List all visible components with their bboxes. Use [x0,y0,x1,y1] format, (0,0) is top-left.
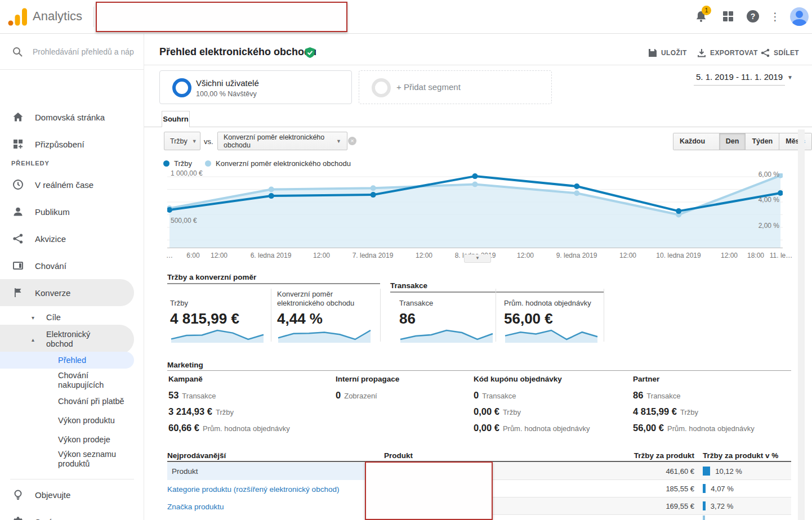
tab-divider [144,127,812,127]
chevron-down-icon: ▾ [32,313,34,322]
stat-value: 0,00 € [474,406,499,416]
stat-value: 0 [474,390,479,400]
marketing-col-coupon: Kód kupónu objednávky 0Transakce 0,00 €T… [474,375,626,439]
segment-all-users[interactable]: Všichni uživatelé 100,00 % Návštěvy [159,70,352,104]
bestseller-item-brand[interactable]: Značka produktu [167,503,224,511]
section-title-transactions: Transakce [390,281,427,290]
chart-x-axis [167,248,783,248]
sidebar-item-goals[interactable]: ▾ Cíle [0,310,134,325]
marketing-stat: 0,00 €Prům. hodnota objednávky [474,423,626,433]
marketing-col-title: Interní propagace [336,375,488,383]
sidebar-item-shopping-behavior[interactable]: Chování nakupujících [0,370,134,391]
sidebar-item-behavior[interactable]: Chování [0,252,144,279]
user-avatar[interactable] [790,7,809,26]
chart-expander-button[interactable]: ▼ [464,254,491,263]
metric-a-select[interactable]: Tržby ▼ [164,132,200,150]
stat-label: Zobrazení [344,392,377,400]
sidebar-item-label: Cíle [46,313,61,322]
sidebar: Domovská stránka Přizpůsobení PŘEHLEDY V… [0,34,144,520]
segment-subtitle: 100,00 % Návštěvy [196,90,257,98]
x-tick-label: 12:00 [619,252,636,259]
help-icon[interactable]: ? [746,10,761,24]
metric-b-value: Konverzní poměr elektronického obchodu [224,133,332,149]
section-title-bestsellers: Nejprodávanější [167,451,226,460]
sidebar-item-checkout-behavior[interactable]: Chování při platbě [0,394,134,409]
flag-icon [12,287,24,298]
left-axis-tick: 500,00 € [171,217,197,225]
shield-check-icon [305,47,315,58]
stat-label: Prům. hodnota objednávky [667,424,755,433]
x-tick-label: 12:00 [313,252,330,259]
sidebar-item-product-list-performance[interactable]: Výkon seznamu produktů [0,449,134,469]
marketing-stat: 0Zobrazení [336,390,488,401]
notifications-bell-icon[interactable]: 1 [694,10,709,24]
sidebar-item-acquisition[interactable]: Akvizice [0,225,144,252]
search-input[interactable] [33,44,137,60]
tab-summary[interactable]: Souhrn [162,111,190,127]
sidebar-item-sales-performance[interactable]: Výkon prodeje [0,432,134,447]
behavior-icon [12,260,24,271]
legend-revenue[interactable]: Tržby [163,159,192,168]
x-tick-label: 18:00 [747,252,764,259]
stat-label: Prům. hodnota objednávky [203,424,290,433]
segment-title: Všichni uživatelé [196,78,259,88]
sidebar-item-realtime[interactable]: V reálném čase [0,171,144,198]
x-tick-label: 12:00 [517,252,534,259]
right-axis-tick: 4,00 % [747,196,779,204]
granularity-week[interactable]: Týden [746,133,779,150]
granularity-hourly[interactable]: Každou hodinu [673,133,720,150]
marketing-stat: 4 815,99 €Tržby [633,406,785,417]
granularity-month[interactable]: Měsíc [779,133,811,150]
date-range-picker[interactable]: 5. 1. 2019 - 11. 1. 2019 [694,72,785,86]
save-label: ULOŽIT [661,49,687,57]
table-header-revenue: Tržby za produkt [615,451,694,460]
marketing-stat: 86Transakce [633,390,785,401]
google-analytics-logo-icon [8,8,27,26]
timeseries-chart [167,173,783,248]
marketing-col-title: Kampaně [168,375,320,383]
legend-dot-icon [163,160,169,167]
caret-down-icon: ▼ [336,138,341,144]
sidebar-item-product-performance[interactable]: Výkon produktu [0,413,134,428]
sidebar-item-conversions[interactable]: Konverze [0,279,134,306]
stat-value: 86 [633,390,643,400]
sidebar-divider [10,479,134,479]
card-separator [496,289,496,342]
export-button[interactable]: EXPORTOVAT [697,47,758,59]
metric-b-select[interactable]: Konverzní poměr elektronického obchodu ▼ [217,132,347,150]
x-tick-label: 12:00 [721,252,738,259]
save-icon [648,48,657,57]
sidebar-item-audience[interactable]: Publikum [0,198,144,225]
stat-value: 3 214,93 € [168,406,212,416]
save-button[interactable]: ULOŽIT [648,47,687,59]
header-divider [93,7,94,27]
scrollbar[interactable] [798,129,805,520]
sidebar-item-label: Konverze [35,288,70,298]
x-tick-label: 7. ledna 2019 [353,252,394,259]
sidebar-search-row [0,34,144,70]
caret-down-icon: ▼ [192,138,197,144]
legend-dot-icon [205,160,211,167]
person-icon [12,206,24,217]
notification-badge: 1 [702,6,711,15]
marketing-col-internal-promo: Interní propagace 0Zobrazení [336,375,488,406]
sidebar-item-ecommerce[interactable]: ▴ Elektronický obchod [0,325,134,354]
sidebar-item-discover[interactable]: Objevujte [0,481,144,508]
sparkline [277,328,372,343]
clock-icon [12,179,24,190]
bestseller-item-category[interactable]: Kategorie produktu (rozšířený elektronic… [167,485,339,494]
sidebar-item-customization[interactable]: Přizpůsobení [0,131,144,158]
share-button[interactable]: SDÍLET [761,47,799,59]
sidebar-item-home[interactable]: Domovská stránka [0,104,144,131]
marketing-stat: 0,00 €Tržby [474,406,626,417]
sidebar-item-overview[interactable]: Přehled [0,352,134,369]
apps-grid-icon[interactable] [721,10,736,24]
sidebar-item-admin[interactable]: Správce [0,508,144,520]
granularity-day[interactable]: Den [720,133,746,150]
more-menu-icon[interactable]: ⋮ [770,10,780,24]
add-segment-card[interactable]: + Přidat segment [359,70,552,104]
sparkline [399,328,494,343]
home-icon [12,111,24,123]
clear-metric-icon[interactable]: × [348,137,356,145]
legend-conversion-rate[interactable]: Konverzní poměr elektronického obchodu [205,159,351,168]
